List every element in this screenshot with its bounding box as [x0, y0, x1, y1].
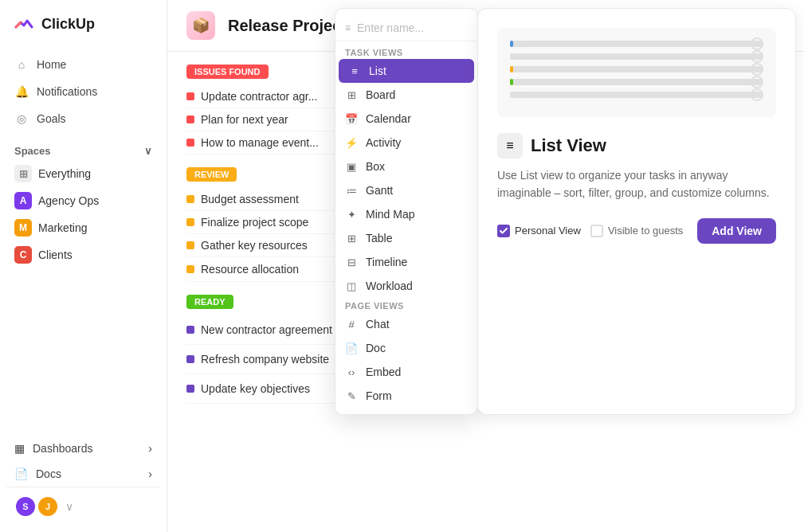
workload-view-icon: ◫: [345, 280, 358, 292]
chat-view-icon: #: [345, 318, 358, 331]
clickup-logo-icon: [13, 13, 35, 35]
preview-footer: Personal View Visible to guests Add View: [497, 218, 776, 244]
preview-title: List View: [531, 135, 606, 156]
personal-view-row: Personal View: [497, 225, 581, 237]
task-priority-dot: [186, 265, 194, 273]
spaces-collapse-icon[interactable]: ∨: [144, 145, 152, 157]
everything-icon: ⊞: [14, 165, 32, 182]
sidebar-item-everything[interactable]: ⊞ Everything: [6, 160, 160, 187]
sidebar-item-docs[interactable]: 📄 Docs ›: [6, 461, 160, 487]
sidebar-item-home[interactable]: ⌂ Home: [6, 51, 160, 78]
badge-issues-found: ISSUES FOUND: [186, 65, 269, 79]
menu-item-gantt[interactable]: ≔ Gantt: [335, 178, 477, 202]
menu-item-mind-map[interactable]: ✦ Mind Map: [335, 202, 477, 226]
task-priority-dot: [186, 92, 194, 100]
menu-item-embed-label: Embed: [366, 366, 401, 378]
dashboards-icon: ▦: [14, 442, 25, 455]
bell-icon: 🔔: [14, 84, 29, 99]
board-view-icon: ⊞: [345, 88, 358, 101]
sidebar-item-dashboards[interactable]: ▦ Dashboards ›: [6, 436, 160, 461]
menu-item-chat-label: Chat: [366, 318, 390, 331]
mock-bar-1: [510, 41, 763, 47]
spaces-section: Spaces ∨ ⊞ Everything A Agency Ops M Mar…: [0, 135, 167, 268]
menu-item-embed[interactable]: ‹› Embed: [335, 360, 477, 384]
menu-item-workload[interactable]: ◫ Workload: [335, 274, 477, 298]
list-view-icon: ≡: [348, 65, 361, 77]
personal-view-label: Personal View: [515, 225, 581, 237]
mock-bar-2: [510, 53, 763, 60]
menu-item-box[interactable]: ▣ Box: [335, 155, 477, 178]
menu-item-box-label: Box: [366, 160, 385, 173]
form-view-icon: ✎: [345, 389, 358, 402]
target-icon: ◎: [14, 111, 29, 126]
calendar-view-icon: 📅: [345, 112, 358, 125]
page-views-label: PAGE VIEWS: [335, 298, 477, 312]
task-views-label: TASK VIEWS: [335, 45, 477, 59]
menu-item-timeline-label: Timeline: [366, 256, 407, 268]
view-selector-dropdown: ≡ TASK VIEWS ≡ List ⊞ Board 📅 Calendar ⚡…: [335, 8, 796, 415]
sidebar-item-notifications[interactable]: 🔔 Notifications: [6, 78, 160, 105]
mock-bar-5: [510, 92, 763, 98]
preview-view-icon: ≡: [497, 133, 523, 158]
menu-item-form[interactable]: ✎ Form: [335, 384, 477, 408]
task-priority-dot: [186, 241, 194, 249]
task-priority-dot: [186, 139, 194, 147]
menu-item-calendar[interactable]: 📅 Calendar: [335, 107, 477, 131]
task-priority-dot: [186, 115, 194, 123]
spaces-section-header: Spaces ∨: [6, 135, 160, 160]
logo-area: ClickUp: [0, 0, 167, 48]
menu-item-board[interactable]: ⊞ Board: [335, 83, 477, 107]
mock-bar-4: [510, 79, 763, 85]
agency-ops-icon: A: [14, 192, 32, 209]
guest-visibility-row: Visible to guests: [590, 225, 683, 237]
checkmark-icon: [500, 228, 508, 234]
preview-title-row: ≡ List View: [497, 133, 776, 158]
project-icon: 📦: [186, 11, 215, 40]
table-view-icon: ⊞: [345, 232, 358, 244]
task-priority-dot: [186, 326, 194, 334]
menu-item-table-label: Table: [366, 232, 392, 244]
doc-view-icon: 📄: [345, 342, 358, 354]
sidebar-item-clients[interactable]: C Clients: [6, 241, 160, 268]
sidebar-nav: ⌂ Home 🔔 Notifications ◎ Goals: [0, 48, 167, 135]
personal-view-checkbox[interactable]: [497, 225, 510, 237]
menu-item-timeline[interactable]: ⊟ Timeline: [335, 250, 477, 274]
sidebar-item-marketing[interactable]: M Marketing: [6, 214, 160, 241]
guest-visible-checkbox[interactable]: [590, 225, 603, 237]
project-title: Release Project: [228, 17, 347, 35]
menu-item-list[interactable]: ≡ List: [339, 59, 474, 83]
menu-item-activity-label: Activity: [366, 136, 401, 149]
menu-item-chat[interactable]: # Chat: [335, 312, 477, 336]
menu-item-activity[interactable]: ⚡ Activity: [335, 131, 477, 155]
menu-item-gantt-label: Gantt: [366, 184, 393, 197]
sidebar-bottom: ▦ Dashboards › 📄 Docs › S J ∨: [0, 429, 167, 532]
badge-ready: READY: [186, 295, 233, 309]
sidebar-item-goals-label: Goals: [37, 112, 66, 125]
sidebar-item-goals[interactable]: ◎ Goals: [6, 105, 160, 132]
guest-visible-label: Visible to guests: [608, 225, 683, 237]
preview-description: Use List view to organize your tasks in …: [497, 166, 776, 202]
menu-item-list-label: List: [369, 65, 386, 77]
user-dropdown-icon[interactable]: ∨: [65, 500, 73, 513]
sidebar-item-dashboards-label: Dashboards: [33, 442, 93, 455]
preview-mock-visual: [497, 28, 776, 117]
sidebar-item-docs-label: Docs: [36, 467, 61, 480]
mind-map-view-icon: ✦: [345, 208, 358, 221]
activity-view-icon: ⚡: [345, 136, 358, 149]
badge-review: REVIEW: [186, 167, 237, 182]
logo-text: ClickUp: [41, 16, 95, 33]
sidebar-item-agency-ops[interactable]: A Agency Ops: [6, 187, 160, 214]
view-name-input[interactable]: [357, 22, 496, 34]
chevron-right-icon-docs: ›: [148, 467, 152, 480]
docs-icon: 📄: [14, 467, 28, 480]
sidebar-item-agency-ops-label: Agency Ops: [38, 194, 99, 207]
add-view-button[interactable]: Add View: [697, 218, 776, 244]
home-icon: ⌂: [14, 57, 29, 72]
menu-item-form-label: Form: [366, 389, 392, 402]
menu-item-board-label: Board: [366, 88, 395, 101]
menu-item-table[interactable]: ⊞ Table: [335, 226, 477, 250]
sidebar-item-notifications-label: Notifications: [37, 85, 97, 98]
menu-item-doc[interactable]: 📄 Doc: [335, 336, 477, 360]
task-priority-dot: [186, 385, 194, 393]
main-content-area: 📦 Release Project ISSUES FOUND Update co…: [167, 0, 804, 532]
